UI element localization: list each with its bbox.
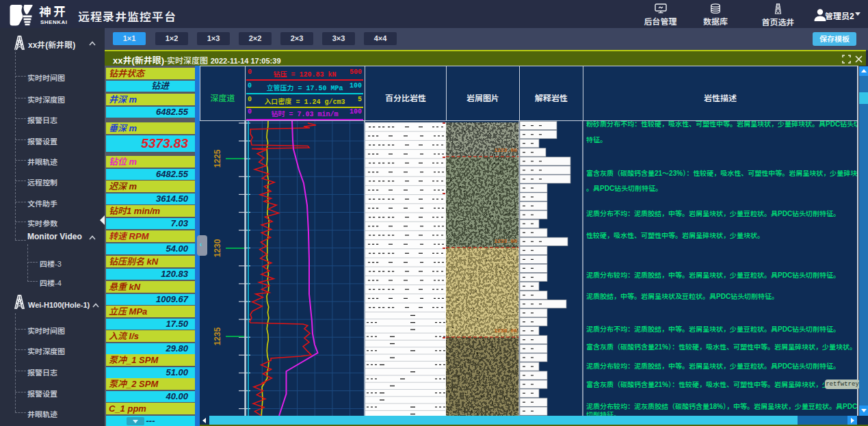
svg-text:1228.00: 1228.00 bbox=[494, 147, 517, 153]
svg-text:1230: 1230 bbox=[213, 239, 222, 257]
svg-text:1225: 1225 bbox=[213, 149, 222, 168]
svg-text:1238.00: 1238.00 bbox=[494, 328, 517, 334]
svg-text:1235: 1235 bbox=[213, 327, 222, 345]
svg-text:1233.00: 1233.00 bbox=[494, 238, 517, 244]
